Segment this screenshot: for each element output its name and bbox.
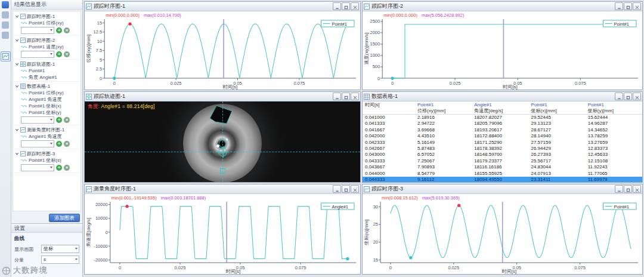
panel-title: 测量角度时序图-1: [94, 185, 331, 193]
sidebar-channel[interactable]: Point#1 坐标(s): [14, 157, 80, 164]
maximize-button[interactable]: [342, 93, 350, 100]
chart-canvas[interactable]: -20000-100000100002000000.0250.050.075时间…: [85, 194, 360, 274]
sidebar-group-header[interactable]: 数据表格-1: [14, 82, 80, 90]
sidebar-channel[interactable]: Angle#1 角速度: [14, 133, 80, 140]
sidebar-channel[interactable]: Point#1 坐标(x): [14, 103, 80, 109]
table-row-selected[interactable]: 0.0443339.1611218094.4955023.3141111.699…: [363, 177, 642, 182]
sidebar-group-header[interactable]: 跟踪时序图-3: [14, 150, 80, 157]
maximize-button[interactable]: [624, 93, 632, 100]
maximize-button[interactable]: [624, 2, 632, 10]
min-icon: [335, 184, 339, 195]
chart-canvas[interactable]: 02.557.51012.51500.0250.050.075时间[s]位移(x…: [85, 11, 360, 90]
table-row[interactable]: 0.0420004.4351018172.8840028.1494013.782…: [363, 133, 642, 139]
sidebar-group-header[interactable]: 跟踪轨迹图-1: [14, 60, 80, 67]
table-row[interactable]: 0.0440008.5477918155.5592524.0791311.770…: [363, 171, 642, 177]
minimize-button[interactable]: [333, 185, 341, 193]
add-chart-button[interactable]: 添加图表: [49, 214, 80, 223]
sidebar-channel[interactable]: Point#1 位移(xy): [14, 90, 80, 96]
maximize-button[interactable]: [342, 185, 350, 193]
close-button[interactable]: [351, 93, 359, 100]
maximize-button[interactable]: [342, 2, 350, 10]
sidebar-channel[interactable]: Angle#1 角速度: [14, 96, 80, 103]
collapse-caret-icon[interactable]: [15, 128, 19, 132]
table-row[interactable]: 0.0423335.1614918171.2529027.5715913.276…: [363, 140, 642, 146]
collapse-caret-icon[interactable]: [15, 62, 19, 66]
tool-icon-3[interactable]: [2, 32, 9, 39]
table-row[interactable]: 0.0410002.1891618207.8202729.5244515.624…: [363, 115, 642, 121]
wave-icon: [21, 45, 27, 49]
channel-select[interactable]: [21, 140, 54, 147]
channel-select[interactable]: [21, 116, 54, 124]
minimize-button[interactable]: [615, 2, 623, 10]
table-row[interactable]: 0.0413332.9472218205.7909629.1312314.962…: [363, 121, 642, 127]
app-icon[interactable]: [2, 1, 9, 8]
panel-title: 跟踪时序图-2: [371, 2, 613, 10]
legend-label: Point#1: [332, 21, 347, 27]
minimize-button[interactable]: [333, 93, 341, 100]
channel-label: Point#1 坐标(s): [29, 157, 61, 164]
maximize-button[interactable]: [624, 185, 632, 193]
sidebar-channel[interactable]: Point#1 位移(xy): [14, 20, 80, 26]
remove-channel-button[interactable]: ×: [64, 51, 70, 57]
collapse-caret-icon[interactable]: [15, 152, 19, 156]
minimize-button[interactable]: [615, 93, 623, 100]
min-icon: [617, 91, 621, 102]
minimize-button[interactable]: [615, 185, 623, 193]
tool-icon-2[interactable]: [2, 21, 9, 29]
add-channel-button[interactable]: +: [56, 141, 62, 147]
collapse-caret-icon[interactable]: [15, 84, 19, 88]
display-frame-select[interactable]: 坐标: [41, 245, 79, 253]
sidebar-group-header[interactable]: 测量角度时序图-1: [14, 126, 80, 133]
component-select[interactable]: s: [41, 256, 79, 264]
channel-select[interactable]: [21, 27, 54, 34]
svg-text:5: 5: [100, 57, 102, 63]
tracking-point-marker[interactable]: [218, 147, 227, 156]
add-channel-button[interactable]: +: [56, 165, 62, 171]
channel-select[interactable]: [21, 164, 54, 171]
video-frame[interactable]: 角度: Angle#1 = 88.214[deg]: [85, 101, 360, 182]
collapse-caret-icon[interactable]: [15, 14, 19, 19]
window-controls: [615, 93, 641, 100]
sidebar-group: 测量角度时序图-1Angle#1 角速度+×: [14, 125, 80, 149]
close-button[interactable]: [633, 93, 641, 100]
tool-icon-1[interactable]: [2, 11, 9, 19]
tracking-square-marker[interactable]: [220, 168, 225, 174]
remove-channel-button[interactable]: ×: [64, 117, 70, 123]
minmax-annotation: min(0.000,0.000)max(5.056,2428.992): [383, 13, 465, 18]
sidebar-channel[interactable]: 角度 Angle#1: [14, 74, 80, 81]
table-row[interactable]: 0.0416673.6966818193.2061728.6712714.346…: [363, 127, 642, 133]
sidebar-channel[interactable]: Point#1 速度(xy): [14, 44, 80, 50]
minimize-button[interactable]: [333, 2, 341, 10]
remove-channel-button[interactable]: ×: [64, 165, 70, 171]
max-icon: [344, 184, 348, 195]
chart-icon: [20, 14, 26, 19]
remove-channel-button[interactable]: ×: [64, 27, 70, 33]
channel-select[interactable]: [21, 51, 54, 58]
close-button[interactable]: [351, 185, 359, 193]
close-button[interactable]: [351, 2, 359, 10]
add-channel-button[interactable]: +: [56, 117, 62, 123]
group-label: 跟踪时序图-1: [27, 13, 55, 20]
table-row[interactable]: 0.0436677.9089318116.1618624.8304411.922…: [363, 164, 642, 170]
sidebar-channel[interactable]: Point#1: [14, 67, 80, 74]
table-row[interactable]: 0.0426675.8748318178.3839226.9442912.833…: [363, 146, 642, 152]
results-view-icon[interactable]: [1, 51, 11, 61]
svg-text:2000: 2000: [370, 30, 380, 35]
chart-canvas[interactable]: 1520253000.0250.050.075时间[s]坐标(s)[mm]min…: [363, 194, 642, 274]
sidebar-group-header[interactable]: 跟踪时序图-2: [14, 36, 80, 44]
sidebar-group-header[interactable]: 跟踪时序图-1: [14, 13, 80, 20]
chart-icon: [364, 186, 370, 192]
collapse-caret-icon[interactable]: [15, 38, 19, 42]
chart-canvas[interactable]: 0500100015002000250000.0250.050.075时间[s]…: [363, 11, 642, 90]
table-row[interactable]: 0.0430006.5705218148.5970026.2739312.456…: [363, 152, 642, 158]
close-button[interactable]: [633, 2, 641, 10]
chart-svg: 02.557.51012.51500.0250.050.075时间[s]位移(x…: [85, 11, 360, 90]
close-button[interactable]: [633, 185, 641, 193]
svg-text:0: 0: [113, 81, 116, 86]
sidebar-group: 数据表格-1Point#1 位移(xy)Angle#1 角速度Point#1 坐…: [14, 82, 80, 125]
remove-channel-button[interactable]: ×: [64, 141, 70, 147]
add-channel-button[interactable]: +: [56, 27, 62, 33]
table-row[interactable]: 0.0433337.2506718179.2337725.5671712.151…: [363, 158, 642, 164]
add-channel-button[interactable]: +: [56, 51, 62, 57]
sidebar-channel[interactable]: Point#1 坐标(y): [14, 109, 80, 116]
